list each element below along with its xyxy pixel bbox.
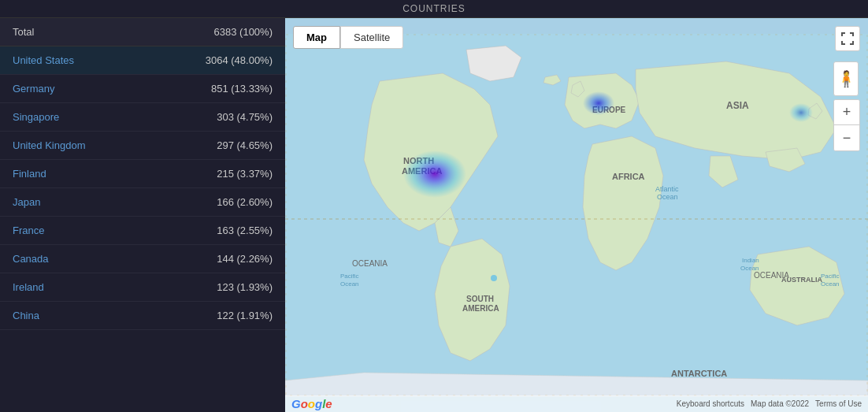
svg-text:Indian: Indian — [742, 257, 759, 264]
country-value: 166 (2.60%) — [217, 196, 273, 208]
country-name: Canada — [13, 253, 49, 265]
keyboard-shortcuts-link[interactable]: Keyboard shortcuts — [677, 399, 744, 408]
svg-text:OCEANIA: OCEANIA — [352, 259, 388, 268]
svg-text:Ocean: Ocean — [657, 193, 678, 201]
country-name: United States — [13, 54, 74, 66]
country-list: United States 3064 (48.00%) Germany 851 … — [0, 46, 285, 330]
satellite-view-button[interactable]: Satellite — [340, 26, 403, 49]
pegman-icon: 🧍 — [836, 69, 856, 88]
total-row: Total 6383 (100%) — [0, 18, 285, 46]
zoom-in-button[interactable]: + — [834, 100, 859, 125]
svg-text:Atlantic: Atlantic — [655, 185, 679, 193]
total-label: Total — [13, 26, 34, 38]
country-name: United Kingdom — [13, 139, 86, 151]
svg-point-23 — [789, 103, 813, 122]
map-image: OCEANIA OCEANIA NORTH AMERICA SOUTH AMER… — [285, 18, 868, 412]
country-list-panel: Total 6383 (100%) United States 3064 (48… — [0, 18, 285, 412]
svg-text:AMERICA: AMERICA — [462, 304, 499, 313]
svg-text:SOUTH: SOUTH — [466, 295, 494, 303]
map-footer: Google Keyboard shortcuts Map data ©2022… — [285, 395, 868, 412]
svg-text:Pacific: Pacific — [340, 273, 359, 280]
pegman-button[interactable]: 🧍 — [833, 61, 859, 96]
svg-text:Pacific: Pacific — [821, 273, 840, 280]
country-value: 215 (3.37%) — [217, 168, 273, 180]
svg-text:Ocean: Ocean — [821, 280, 840, 288]
svg-point-22 — [583, 91, 614, 115]
country-row[interactable]: Ireland 123 (1.93%) — [0, 273, 285, 302]
country-row[interactable]: China 122 (1.91%) — [0, 302, 285, 330]
country-value: 122 (1.91%) — [217, 310, 273, 321]
country-name: Singapore — [13, 111, 59, 123]
country-value: 3064 (48.00%) — [206, 54, 273, 66]
country-name: Finland — [13, 168, 46, 180]
svg-text:ANTARCTICA: ANTARCTICA — [671, 369, 727, 378]
map-view-toggle: Map Satellite — [293, 26, 403, 49]
country-name: China — [13, 310, 39, 321]
google-logo: Google — [291, 397, 332, 410]
map-panel: Map Satellite — [285, 18, 868, 412]
country-name: France — [13, 225, 44, 236]
map-view-button[interactable]: Map — [293, 26, 340, 49]
country-name: Germany — [13, 83, 54, 95]
terms-link[interactable]: Terms of Use — [815, 399, 862, 408]
country-row[interactable]: Finland 215 (3.37%) — [0, 160, 285, 188]
zoom-controls: + − — [833, 99, 860, 151]
country-row[interactable]: Germany 851 (13.33%) — [0, 75, 285, 103]
country-row[interactable]: Canada 144 (2.26%) — [0, 245, 285, 273]
page-header: COUNTRIES — [0, 0, 868, 18]
svg-text:AFRICA: AFRICA — [612, 172, 645, 181]
svg-text:Ocean: Ocean — [340, 280, 359, 288]
country-value: 851 (13.33%) — [211, 83, 273, 95]
main-content: Total 6383 (100%) United States 3064 (48… — [0, 18, 868, 412]
svg-text:AUSTRALIA: AUSTRALIA — [781, 276, 822, 284]
total-value: 6383 (100%) — [214, 26, 273, 38]
country-row[interactable]: Japan 166 (2.60%) — [0, 188, 285, 217]
country-row[interactable]: Singapore 303 (4.75%) — [0, 103, 285, 132]
svg-point-24 — [491, 275, 497, 281]
country-row[interactable]: France 163 (2.55%) — [0, 217, 285, 245]
country-row[interactable]: United Kingdom 297 (4.65%) — [0, 132, 285, 160]
country-value: 297 (4.65%) — [217, 139, 273, 151]
map-right-controls: 🧍 + − — [833, 61, 860, 151]
svg-text:ASIA: ASIA — [726, 100, 749, 111]
country-value: 123 (1.93%) — [217, 281, 273, 293]
zoom-out-button[interactable]: − — [834, 125, 859, 150]
country-value: 163 (2.55%) — [217, 225, 273, 236]
header-title: COUNTRIES — [402, 3, 466, 14]
map-footer-links: Keyboard shortcuts Map data ©2022 Terms … — [677, 399, 862, 408]
country-value: 303 (4.75%) — [217, 111, 273, 123]
svg-point-21 — [403, 150, 466, 198]
map-data-link[interactable]: Map data ©2022 — [751, 399, 809, 408]
fullscreen-button[interactable] — [835, 26, 860, 51]
country-name: Ireland — [13, 281, 44, 293]
country-value: 144 (2.26%) — [217, 253, 273, 265]
country-name: Japan — [13, 196, 40, 208]
country-row[interactable]: United States 3064 (48.00%) — [0, 46, 285, 75]
svg-text:Ocean: Ocean — [740, 265, 759, 272]
